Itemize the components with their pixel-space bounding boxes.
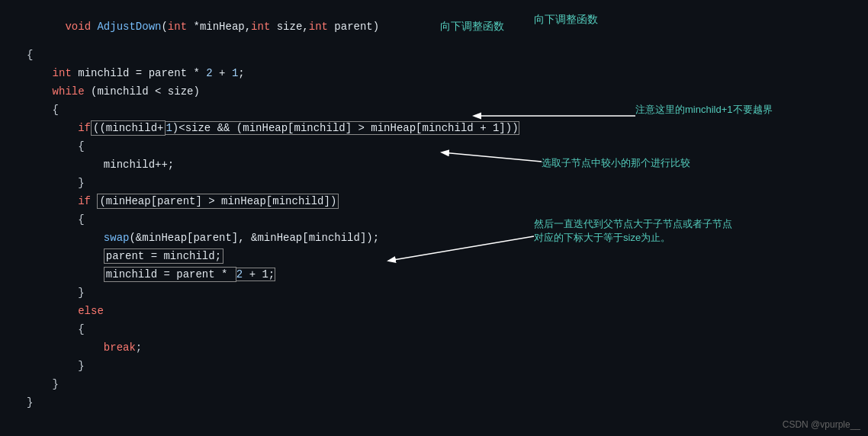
code-line-18: break; — [0, 338, 868, 357]
code-content: } — [23, 396, 33, 409]
code-content: } — [23, 378, 59, 390]
code-content: if((minchild+1)<size && (minHeap[minchil… — [23, 122, 519, 134]
code-text: *minHeap, — [187, 21, 251, 33]
code-line-7: { — [0, 137, 868, 155]
code-content: minchild = parent * 2 + 1; — [23, 268, 275, 281]
fn-name: AdjustDown — [97, 21, 161, 33]
code-content: { — [23, 323, 85, 335]
code-content: swap(&minHeap[parent], &minHeap[minchild… — [23, 232, 379, 244]
code-content: minchild++; — [23, 159, 174, 171]
code-text: parent) — [328, 21, 379, 33]
code-line-8: minchild++; — [0, 155, 868, 174]
code-editor: void AdjustDown(int *minHeap,int size,in… — [0, 0, 868, 436]
code-line-1: void AdjustDown(int *minHeap,int size,in… — [0, 8, 868, 46]
code-text: size, — [270, 21, 308, 33]
code-line-2: { — [0, 46, 868, 64]
code-content: { — [23, 140, 85, 152]
code-content: } — [23, 360, 85, 372]
code-content: else — [23, 305, 104, 317]
code-content: { — [23, 213, 85, 226]
code-content: void AdjustDown(int *minHeap,int size,in… — [23, 8, 379, 45]
annotation-title: 向下调整函数 — [440, 20, 504, 34]
code-line-12: swap(&minHeap[parent], &minHeap[minchild… — [0, 229, 868, 247]
code-content: } — [23, 287, 85, 299]
code-content: { — [23, 49, 33, 61]
keyword-void: void — [65, 21, 91, 33]
code-content: while (minchild < size) — [23, 85, 200, 98]
code-line-9: } — [0, 174, 868, 192]
keyword-int: int — [168, 21, 187, 33]
code-content: parent = minchild; — [23, 250, 223, 262]
code-line-5: { — [0, 101, 868, 119]
keyword-int2: int — [251, 21, 270, 33]
code-content: int minchild = parent * 2 + 1; — [23, 67, 245, 79]
code-line-15: } — [0, 284, 868, 302]
code-content: if (minHeap[parent] > minHeap[minchild]) — [23, 195, 339, 207]
code-content: break; — [23, 341, 142, 354]
code-line-6: if((minchild+1)<size && (minHeap[minchil… — [0, 119, 868, 137]
watermark: CSDN @vpurple__ — [783, 419, 860, 430]
code-line-17: { — [0, 320, 868, 338]
code-text: ( — [161, 21, 167, 33]
code-line-3: int minchild = parent * 2 + 1; — [0, 64, 868, 82]
code-line-20: } — [0, 375, 868, 393]
code-line-14: minchild = parent * 2 + 1; — [0, 265, 868, 284]
code-line-21: } — [0, 393, 868, 412]
code-line-16: else — [0, 302, 868, 320]
code-line-13: parent = minchild; — [0, 247, 868, 265]
code-content: } — [23, 177, 85, 189]
code-line-11: { — [0, 210, 868, 229]
code-line-19: } — [0, 357, 868, 375]
code-line-10: if (minHeap[parent] > minHeap[minchild]) — [0, 192, 868, 210]
code-line-4: while (minchild < size) — [0, 82, 868, 101]
keyword-int3: int — [309, 21, 328, 33]
code-content: { — [23, 104, 59, 116]
